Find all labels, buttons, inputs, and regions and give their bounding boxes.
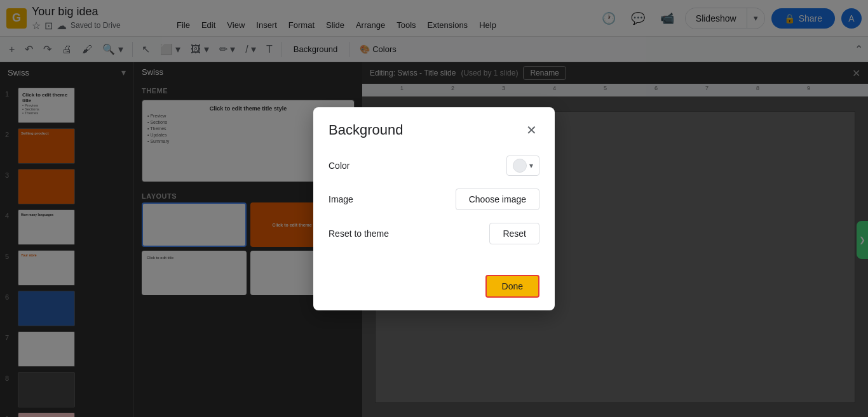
modal-close-button[interactable]: ✕ xyxy=(524,120,539,140)
reset-button[interactable]: Reset xyxy=(489,223,539,244)
image-row: Image Choose image xyxy=(329,189,539,210)
modal-header: Background ✕ xyxy=(313,107,555,148)
color-picker-button[interactable]: ▾ xyxy=(506,156,539,176)
color-swatch xyxy=(513,159,527,173)
reset-row: Reset to theme Reset xyxy=(329,223,539,244)
color-row: Color ▾ xyxy=(329,156,539,176)
choose-image-button[interactable]: Choose image xyxy=(456,189,539,210)
reset-label: Reset to theme xyxy=(329,228,389,239)
modal-overlay: Background ✕ Color ▾ Image Choose image … xyxy=(0,0,868,417)
modal-footer: Done xyxy=(313,270,555,310)
background-modal: Background ✕ Color ▾ Image Choose image … xyxy=(313,107,555,310)
color-label: Color xyxy=(329,161,349,171)
done-button[interactable]: Done xyxy=(485,275,539,298)
color-dropdown-arrow-icon: ▾ xyxy=(529,161,533,170)
modal-title: Background xyxy=(329,122,403,138)
modal-body: Color ▾ Image Choose image Reset to them… xyxy=(313,148,555,270)
image-label: Image xyxy=(329,194,353,204)
